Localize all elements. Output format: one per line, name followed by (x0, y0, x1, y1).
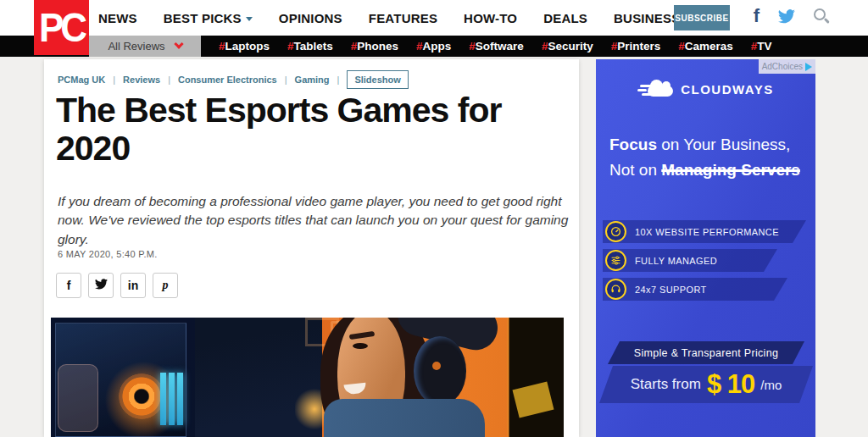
gamer-shoulder-shape (324, 399, 485, 437)
pcmag-logo[interactable]: PC (34, 0, 89, 55)
nav-item-deals[interactable]: DEALS (543, 11, 587, 25)
tag-software[interactable]: #Software (469, 40, 524, 53)
headset-accent-shape (432, 362, 441, 370)
ad-feature-support: 24x7 SUPPORT (603, 278, 787, 301)
strikethrough-text: Managing Servers (661, 161, 800, 179)
article-deck: If you dream of becoming a professional … (58, 192, 570, 249)
nav-item-features[interactable]: FEATURES (369, 11, 437, 25)
publish-date: 6 MAY 2020, 5:40 P.M. (58, 249, 158, 259)
nav-item-business[interactable]: BUSINESS (614, 11, 680, 25)
chair-rim-shape (507, 318, 509, 437)
nav-item-opinions[interactable]: OPINIONS (279, 11, 342, 25)
speedometer-icon (605, 221, 626, 242)
all-reviews-dropdown[interactable]: All Reviews (89, 36, 201, 57)
main-nav: NEWS BEST PICKS OPINIONS FEATURES HOW-TO… (98, 0, 680, 36)
ad-feature-performance: 10X WEBSITE PERFORMANCE (603, 220, 806, 243)
twitter-icon[interactable] (778, 9, 795, 27)
headset-icon (605, 279, 626, 300)
breadcrumb-pcmag-uk[interactable]: PCMag UK (58, 75, 105, 85)
slideshow-badge: Slideshow (347, 70, 408, 89)
header: NEWS BEST PICKS OPINIONS FEATURES HOW-TO… (0, 0, 868, 36)
breadcrumb-separator: | (113, 75, 115, 85)
ram-stick-shape (169, 373, 175, 425)
nav-item-best-picks[interactable]: BEST PICKS (164, 11, 253, 25)
article-hero-image (51, 318, 564, 437)
tag-tablets[interactable]: #Tablets (287, 40, 333, 53)
search-icon[interactable] (814, 8, 826, 20)
twitter-icon (95, 279, 108, 292)
tag-laptops[interactable]: #Laptops (219, 40, 270, 53)
topic-tags: #Laptops #Tablets #Phones #Apps #Softwar… (219, 36, 772, 57)
cloudways-logo: CLOUDWAYS (596, 81, 815, 97)
page-title: The Best Esports Games for 2020 (56, 91, 558, 168)
facebook-icon: f (67, 279, 71, 291)
breadcrumb-separator: | (285, 75, 287, 85)
rgb-fan-shape (119, 373, 164, 419)
chevron-down-icon (246, 17, 253, 21)
tag-phones[interactable]: #Phones (351, 40, 398, 53)
article-card: PCMag UK | Reviews | Consumer Electronic… (44, 59, 579, 437)
tag-security[interactable]: #Security (542, 40, 593, 53)
adchoices-icon (805, 63, 812, 71)
ad-feature-managed: FULLY MANAGED (603, 249, 777, 272)
glass-shape (58, 364, 98, 432)
tag-apps[interactable]: #Apps (416, 40, 451, 53)
nav-item-how-to[interactable]: HOW-TO (464, 11, 517, 25)
ad-headline: Focus on Your Business, Not on Managing … (609, 132, 804, 184)
breadcrumb: PCMag UK | Reviews | Consumer Electronic… (58, 70, 409, 89)
cloud-icon (637, 81, 673, 97)
breadcrumb-gaming[interactable]: Gaming (295, 75, 330, 85)
price-amount: $ 10 (707, 369, 754, 400)
breadcrumb-reviews[interactable]: Reviews (123, 75, 160, 85)
share-facebook-button[interactable]: f (56, 273, 81, 298)
facebook-icon[interactable]: f (754, 7, 760, 25)
ram-stick-shape (160, 373, 166, 425)
share-linkedin-button[interactable]: in (120, 273, 146, 298)
tag-cameras[interactable]: #Cameras (678, 40, 733, 53)
breadcrumb-separator: | (168, 75, 170, 85)
sliders-icon (605, 250, 626, 271)
headset-earcup-shape (414, 336, 466, 406)
breadcrumb-separator: | (337, 75, 340, 85)
share-twitter-button[interactable] (88, 273, 114, 298)
nav-item-news[interactable]: NEWS (98, 11, 137, 25)
breadcrumb-consumer-electronics[interactable]: Consumer Electronics (178, 75, 277, 85)
tag-printers[interactable]: #Printers (611, 40, 661, 53)
ram-stick-shape (177, 373, 183, 425)
gamer-eye-shape (353, 343, 368, 349)
chair-silhouette-shape (509, 318, 564, 437)
ad-pricing-title-banner: Simple & Transparent Pricing (608, 341, 804, 364)
sidebar-ad-cloudways[interactable]: AdChoices CLOUDWAYS Focus on Your Busine… (596, 59, 815, 437)
pinterest-icon: p (163, 279, 169, 291)
share-buttons: f in p (56, 273, 178, 298)
linkedin-icon: in (128, 279, 138, 291)
ad-pricing-banner: Starts from $ 10 /mo (599, 366, 813, 403)
adchoices-chip[interactable]: AdChoices (759, 59, 815, 74)
tag-tv[interactable]: #TV (751, 40, 772, 53)
subscribe-button[interactable]: SUBSCRIBE (674, 5, 730, 30)
share-pinterest-button[interactable]: p (153, 273, 178, 298)
ad-feature-list: 10X WEBSITE PERFORMANCE FULLY MANAGED 24… (603, 220, 806, 301)
chevron-down-icon (174, 39, 183, 48)
